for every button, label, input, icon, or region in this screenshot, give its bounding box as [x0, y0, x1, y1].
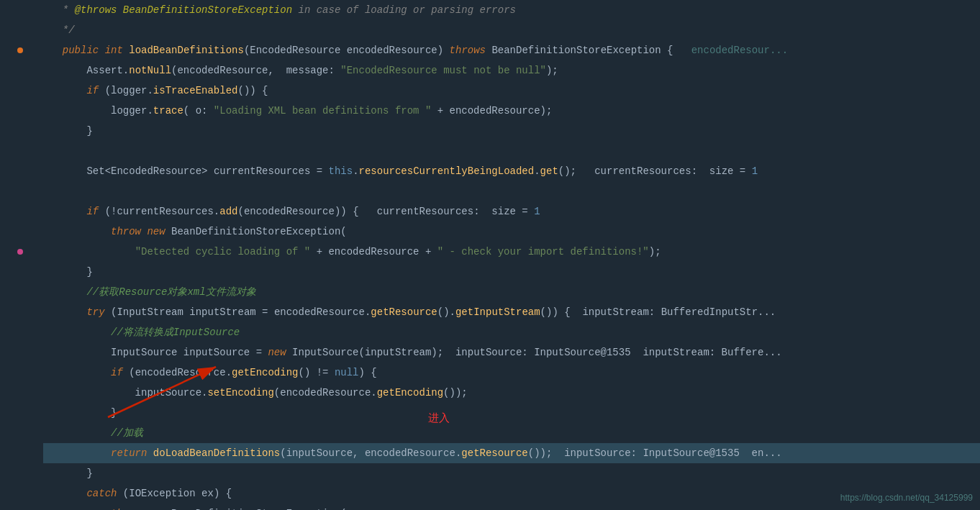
method-load: loadBeanDefinitions [129, 45, 244, 56]
method-getencoding-2: getEncoding [377, 387, 443, 399]
kw-if-3: if [111, 367, 123, 378]
string-check: " - check your import definitions!" [437, 246, 649, 258]
code-container: * @throws BeanDefinitionStoreException i… [0, 0, 980, 510]
method-add: add [219, 206, 237, 217]
line-20: inputSource.setEncoding(encodedResource.… [43, 383, 980, 403]
line-13: "Detected cyclic loading of " + encodedR… [43, 242, 980, 262]
kw-throw-1: throw [111, 226, 141, 237]
line-21: } [43, 403, 980, 423]
method-getresource: getResource [371, 306, 437, 318]
comment-throws: * [63, 4, 75, 16]
string-notnull: "EncodedResource must not be null" [340, 65, 546, 76]
method-getencoding: getEncoding [232, 367, 298, 378]
string-cyclic: "Detected cyclic loading of " [135, 246, 311, 258]
line-25: catch (IOException ex) { [43, 483, 980, 504]
line-15: //获取Resource对象xml文件流对象 [43, 282, 980, 302]
kw-this: this [329, 165, 353, 177]
kw-try: try [86, 306, 104, 318]
line-26: throw new BeanDefinitionStoreException( [43, 504, 980, 510]
line-18: InputSource inputSource = new InputSourc… [43, 342, 980, 363]
kw-null: null [335, 367, 359, 378]
class-inputstream: InputStream [117, 306, 183, 318]
line-2: */ [43, 20, 980, 40]
line-16: try (InputStream inputStream = encodedRe… [43, 302, 980, 322]
comment-throws-text: in case of loading or parsing errors [292, 4, 516, 16]
method-getinputstream: getInputStream [455, 306, 540, 318]
method-setencoding: setEncoding [207, 387, 273, 399]
kw-if-2: if [86, 206, 99, 217]
kw-new-1: new [147, 226, 165, 237]
line-1: * @throws BeanDefinitionStoreException i… [43, 0, 980, 20]
comment-close: */ [63, 24, 75, 36]
code-block: * @throws BeanDefinitionStoreException i… [0, 0, 980, 510]
method-istrace: isTraceEnabled [153, 85, 238, 96]
line-8 [43, 141, 980, 161]
line-14: } [43, 262, 980, 282]
class-inputsource: InputSource [111, 347, 177, 358]
class-bdse-1: BeanDefinitionStoreException [171, 226, 340, 237]
method-notnull: notNull [129, 65, 171, 76]
kw-catch: catch [86, 488, 117, 499]
line-4: Assert.notNull(encodedResource, message:… [43, 60, 980, 81]
line-23-highlighted: return doLoadBeanDefinitions(inputSource… [43, 443, 980, 463]
comment-zh-2: //将流转换成InputSource [111, 327, 240, 338]
line-6: logger.trace( o: "Loading XML bean defin… [43, 101, 980, 121]
line-11: if (!currentResources.add(encodedResourc… [43, 201, 980, 222]
line-10 [43, 181, 980, 201]
assert-class: Assert [86, 65, 122, 76]
method-resources: resourcesCurrentlyBeingLoaded [359, 165, 535, 177]
kw-int: int [105, 45, 123, 56]
line-7: } [43, 121, 980, 141]
kw-new-2: new [268, 347, 286, 358]
line-22: //加载 [43, 423, 980, 443]
method-getresource-2: getResource [461, 447, 527, 459]
line-17: //将流转换成InputSource [43, 322, 980, 342]
method-get: get [540, 165, 558, 177]
method-trace: trace [153, 105, 183, 117]
line-12: throw new BeanDefinitionStoreException( [43, 222, 980, 242]
set-type: Set [86, 165, 104, 177]
line-19: if (encodedResource.getEncoding() != nul… [43, 363, 980, 383]
line-24: } [43, 463, 980, 483]
class-inputsource-2: InputSource [292, 347, 358, 358]
line-3: public int loadBeanDefinitions(EncodedRe… [43, 40, 980, 60]
kw-return: return [111, 447, 147, 459]
comment-zh-3: //加载 [111, 427, 143, 439]
kw-public: public [63, 45, 99, 56]
url-label: https://blog.csdn.net/qq_34125999 [840, 493, 973, 503]
line-5: if (logger.isTraceEnabled()) { [43, 81, 980, 101]
method-doload: doLoadBeanDefinitions [153, 447, 280, 459]
hint-encodedresource: encodedResour... [691, 45, 788, 56]
kw-if-1: if [86, 85, 99, 96]
line-9: Set<EncodedResource> currentResources = … [43, 161, 980, 181]
string-loading: "Loading XML bean definitions from " [214, 105, 431, 117]
annotation-throws: @throws BeanDefinitionStoreException [75, 4, 292, 16]
class-ioexception: IOException [129, 488, 195, 499]
comment-zh-1: //获取Resource对象xml文件流对象 [86, 286, 255, 298]
